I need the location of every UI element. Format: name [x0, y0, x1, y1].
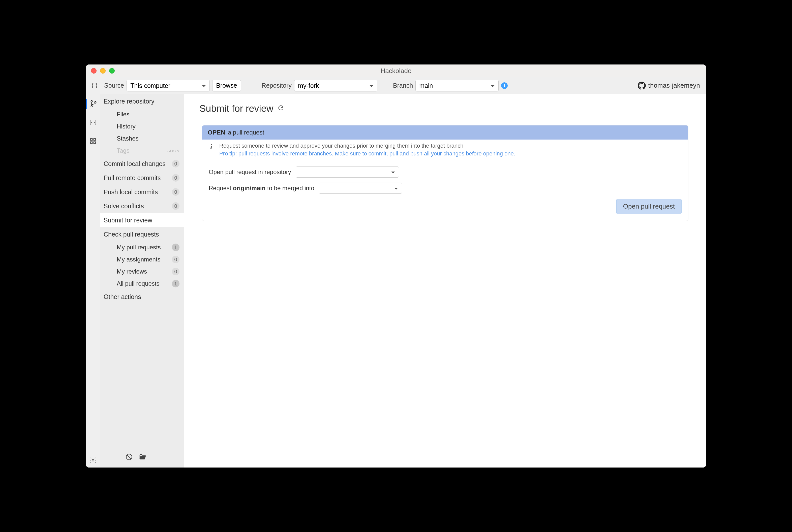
- sidebar-check[interactable]: Check pull requests: [100, 227, 184, 241]
- sidebar-bottom-icons: [100, 449, 184, 468]
- svg-point-2: [94, 101, 96, 103]
- panel-header: OPEN a pull request: [202, 126, 688, 139]
- sidebar-my-assign[interactable]: My assignments 0: [100, 253, 184, 266]
- solve-count-badge: 0: [172, 202, 180, 210]
- info-icon[interactable]: i: [501, 82, 508, 89]
- repository-label: Repository: [262, 82, 292, 89]
- all-pr-count-badge: 1: [172, 280, 180, 287]
- sidebar-stashes[interactable]: Stashes: [100, 133, 184, 145]
- sidebar-files[interactable]: Files: [100, 108, 184, 120]
- sidebar-history[interactable]: History: [100, 120, 184, 133]
- icon-rail: [86, 94, 100, 468]
- branch-select[interactable]: main: [416, 80, 499, 92]
- rail-settings[interactable]: [86, 457, 100, 468]
- sidebar-pull[interactable]: Pull remote commits 0: [100, 171, 184, 185]
- rail-grid[interactable]: [86, 136, 100, 146]
- window-title: Hackolade: [86, 67, 706, 75]
- rail-diff[interactable]: [86, 117, 100, 128]
- browse-button[interactable]: Browse: [212, 80, 241, 92]
- svg-point-8: [92, 459, 94, 461]
- repository-select[interactable]: my-fork: [294, 80, 377, 92]
- rail-branch[interactable]: [86, 99, 100, 109]
- app-window: Hackolade Source This computer Browse Re…: [86, 64, 706, 468]
- panel-open-label: OPEN: [208, 129, 225, 136]
- sidebar-all-pr[interactable]: All pull requests 1: [100, 278, 184, 290]
- info-line1: Request someone to review and approve yo…: [219, 142, 515, 150]
- pull-count-badge: 0: [172, 174, 180, 182]
- close-window-button[interactable]: [91, 68, 96, 74]
- svg-rect-6: [91, 142, 93, 144]
- github-icon: [638, 82, 646, 90]
- sidebar-solve[interactable]: Solve conflicts 0: [100, 199, 184, 213]
- target-branch-select[interactable]: [319, 183, 402, 194]
- my-reviews-count-badge: 0: [172, 268, 180, 275]
- svg-rect-4: [91, 138, 93, 140]
- sidebar-other[interactable]: Other actions: [100, 290, 184, 304]
- sidebar-explore[interactable]: Explore repository: [100, 94, 184, 108]
- sidebar-my-pr[interactable]: My pull requests 1: [100, 241, 184, 253]
- svg-rect-5: [93, 138, 95, 140]
- main-content: Submit for review OPEN a pull request i …: [184, 94, 706, 468]
- folder-icon[interactable]: [139, 453, 146, 462]
- sidebar-push[interactable]: Push local commits 0: [100, 185, 184, 199]
- svg-rect-7: [93, 142, 95, 144]
- branch-label: Branch: [393, 82, 413, 89]
- svg-point-0: [91, 100, 92, 102]
- source-select[interactable]: This computer: [127, 80, 210, 92]
- soon-badge: SOON: [167, 149, 180, 153]
- sidebar-commit[interactable]: Commit local changes 0: [100, 157, 184, 171]
- my-pr-count-badge: 1: [172, 244, 180, 251]
- my-assign-count-badge: 0: [172, 256, 180, 263]
- open-pr-button[interactable]: Open pull request: [616, 199, 682, 214]
- svg-point-1: [91, 106, 92, 107]
- commit-count-badge: 0: [172, 160, 180, 168]
- panel-info: i Request someone to review and approve …: [202, 139, 688, 161]
- sidebar-submit[interactable]: Submit for review: [100, 213, 184, 227]
- info-i-icon: i: [208, 142, 215, 151]
- pr-panel: OPEN a pull request i Request someone to…: [202, 125, 688, 221]
- info-tip: Pro tip: pull requests involve remote br…: [219, 150, 515, 158]
- sidebar-tags: Tags SOON: [100, 145, 184, 157]
- user-chip[interactable]: thomas-jakemeyn: [638, 82, 700, 90]
- target-repo-select[interactable]: [296, 167, 399, 177]
- username: thomas-jakemeyn: [648, 82, 700, 90]
- titlebar: Hackolade: [86, 64, 706, 77]
- form-repo-label: Open pull request in repository: [209, 169, 291, 175]
- no-sign-icon[interactable]: [125, 453, 133, 462]
- sidebar-my-reviews[interactable]: My reviews 0: [100, 266, 184, 278]
- minimize-window-button[interactable]: [100, 68, 106, 74]
- panel-open-sub: a pull request: [228, 129, 264, 136]
- window-controls: [86, 68, 115, 74]
- page-title: Submit for review: [199, 103, 274, 114]
- refresh-icon[interactable]: [278, 104, 284, 113]
- source-label: Source: [104, 82, 124, 89]
- form-merge-label: Request origin/main to be merged into: [209, 185, 314, 192]
- push-count-badge: 0: [172, 188, 180, 196]
- maximize-window-button[interactable]: [109, 68, 115, 74]
- toolbar: Source This computer Browse Repository m…: [86, 77, 706, 94]
- braces-icon: [89, 82, 100, 89]
- sidebar: Explore repository Files History Stashes…: [100, 94, 184, 468]
